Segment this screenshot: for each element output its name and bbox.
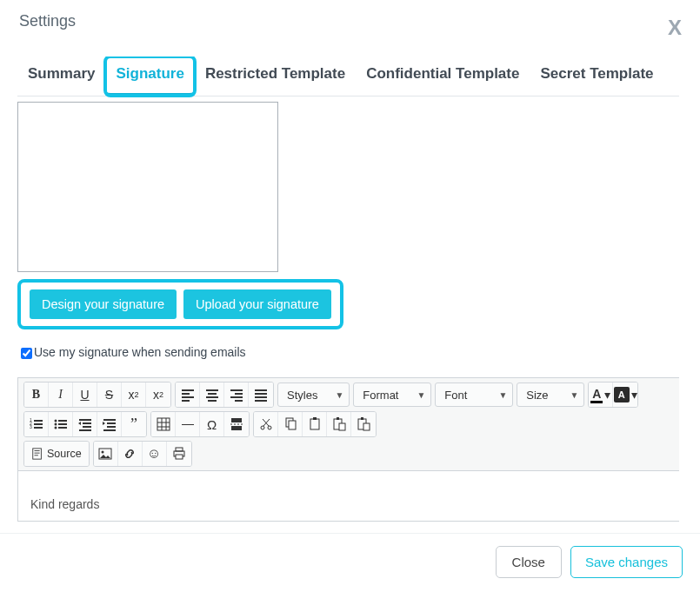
bullet-list-button[interactable] <box>49 412 73 436</box>
page-break-button[interactable] <box>224 412 249 436</box>
modal-footer: Close Save changes <box>0 533 700 592</box>
image-button[interactable] <box>94 442 118 466</box>
svg-rect-6 <box>157 418 170 430</box>
tab-restricted-template[interactable]: Restricted Template <box>195 57 356 96</box>
blockquote-button[interactable]: ” <box>122 412 146 436</box>
align-left-button[interactable] <box>176 382 200 407</box>
align-justify-button[interactable] <box>249 382 273 407</box>
tab-secret-template[interactable]: Secret Template <box>530 57 663 96</box>
underline-button[interactable]: U <box>73 382 97 407</box>
svg-rect-18 <box>363 423 370 430</box>
chevron-down-icon: ▼ <box>335 390 343 400</box>
signature-buttons-highlight: Design your signature Upload your signat… <box>17 279 343 329</box>
italic-button[interactable]: I <box>49 382 73 407</box>
settings-modal: Settings X Summary Signature Restricted … <box>0 0 700 592</box>
signature-preview <box>17 102 278 272</box>
svg-rect-11 <box>310 419 319 429</box>
chevron-down-icon: ▼ <box>498 390 507 400</box>
chevron-down-icon: ▼ <box>570 390 578 400</box>
emoji-button[interactable]: ☺ <box>143 442 167 466</box>
size-select[interactable]: Size▼ <box>517 382 584 407</box>
copy-button[interactable] <box>278 412 303 436</box>
numbered-list-button[interactable]: 123 <box>24 412 49 436</box>
svg-rect-14 <box>337 417 339 420</box>
source-button[interactable]: Source <box>24 442 89 466</box>
cut-button[interactable] <box>254 412 278 436</box>
styles-select[interactable]: Styles▼ <box>277 382 350 407</box>
svg-rect-10 <box>289 421 296 429</box>
chevron-down-icon: ▼ <box>417 390 425 400</box>
outdent-button[interactable] <box>73 412 97 436</box>
tab-signature[interactable]: Signature <box>105 57 194 96</box>
use-signature-label: Use my signature when sending emails <box>34 345 246 359</box>
align-center-button[interactable] <box>200 382 224 407</box>
editor-body[interactable]: Kind regards <box>17 471 679 522</box>
svg-point-21 <box>102 451 104 454</box>
svg-point-3 <box>54 420 57 422</box>
bold-button[interactable]: B <box>24 382 49 407</box>
scroll-area[interactable]: Summary Signature Restricted Template Co… <box>17 57 690 533</box>
superscript-button[interactable]: x2 <box>146 382 170 407</box>
toolbar-row-1: B I U S x2 x2 Styles▼ Format▼ <box>23 382 674 408</box>
design-signature-button[interactable]: Design your signature <box>30 289 177 319</box>
bg-color-button[interactable]: A▾ <box>613 382 637 407</box>
use-signature-checkbox[interactable] <box>21 348 32 359</box>
svg-point-5 <box>54 427 57 429</box>
modal-header: Settings <box>0 0 700 30</box>
tab-summary[interactable]: Summary <box>17 57 105 96</box>
svg-text:3: 3 <box>30 424 32 429</box>
print-button[interactable] <box>167 442 191 466</box>
table-button[interactable] <box>151 412 176 436</box>
toolbar-row-2: 123 ” Ω <box>23 411 674 437</box>
hr-button[interactable] <box>176 412 200 436</box>
align-right-button[interactable] <box>224 382 249 407</box>
svg-rect-17 <box>361 417 363 420</box>
text-color-button[interactable]: A▾ <box>589 382 613 407</box>
save-changes-button[interactable]: Save changes <box>570 546 683 578</box>
svg-point-7 <box>261 426 264 429</box>
subscript-button[interactable]: x2 <box>122 382 146 407</box>
paste-word-button[interactable] <box>351 412 376 436</box>
svg-point-4 <box>54 423 57 426</box>
editor-toolbar: B I U S x2 x2 Styles▼ Format▼ <box>17 377 679 471</box>
font-select[interactable]: Font▼ <box>435 382 513 407</box>
tab-confidential-template[interactable]: Confidential Template <box>356 57 530 96</box>
format-select[interactable]: Format▼ <box>353 382 431 407</box>
use-signature-row: Use my signature when sending emails <box>17 345 679 362</box>
strike-button[interactable]: S <box>97 382 122 407</box>
svg-rect-12 <box>313 417 317 420</box>
special-char-button[interactable]: Ω <box>200 412 224 436</box>
paste-button[interactable] <box>303 412 327 436</box>
indent-button[interactable] <box>97 412 122 436</box>
tabs: Summary Signature Restricted Template Co… <box>17 57 679 96</box>
svg-point-8 <box>268 426 271 429</box>
svg-rect-22 <box>176 448 183 451</box>
paste-text-button[interactable] <box>327 412 351 436</box>
close-button[interactable]: Close <box>496 546 562 578</box>
svg-rect-19 <box>33 449 42 459</box>
svg-rect-15 <box>339 423 345 430</box>
link-button[interactable] <box>118 442 143 466</box>
svg-rect-24 <box>176 455 183 459</box>
modal-title: Settings <box>19 12 76 30</box>
upload-signature-button[interactable]: Upload your signature <box>183 289 331 319</box>
toolbar-row-3: Source ☺ <box>23 441 674 467</box>
editor-content: Kind regards <box>30 497 99 511</box>
modal-body: Summary Signature Restricted Template Co… <box>0 30 700 533</box>
